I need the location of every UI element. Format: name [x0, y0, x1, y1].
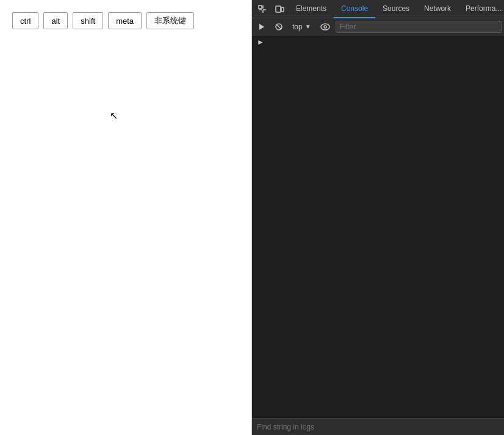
alt-button[interactable]: alt	[43, 12, 68, 29]
key-buttons-container: ctrl alt shift meta 非系统键	[0, 0, 251, 29]
svg-rect-6	[281, 7, 284, 12]
tab-performance[interactable]: Performa...	[458, 0, 504, 18]
top-dropdown-label: top	[292, 23, 303, 31]
tab-sources[interactable]: Sources	[375, 0, 417, 18]
svg-point-11	[324, 26, 326, 28]
chevron-down-icon: ▼	[305, 23, 311, 30]
shift-button[interactable]: shift	[73, 12, 103, 29]
tab-console[interactable]: Console	[334, 0, 375, 18]
console-toolbar: top ▼	[252, 18, 504, 35]
top-dropdown-button[interactable]: top ▼	[289, 21, 315, 32]
inspect-icon-button[interactable]	[254, 2, 270, 16]
mouse-cursor-icon: ↖	[110, 110, 118, 121]
svg-rect-5	[276, 6, 281, 12]
ctrl-button[interactable]: ctrl	[12, 12, 38, 29]
run-icon-button[interactable]	[254, 21, 269, 32]
filter-input[interactable]	[336, 21, 502, 33]
svg-point-10	[321, 24, 329, 30]
console-bottom-bar	[252, 418, 504, 435]
console-prompt-arrow[interactable]: ►	[252, 37, 504, 48]
svg-line-9	[276, 24, 281, 29]
devtools-panel: Elements Console Sources Network Perform…	[252, 0, 504, 435]
devtools-tabs: Elements Console Sources Network Perform…	[289, 0, 504, 18]
non-system-button[interactable]: 非系统键	[146, 12, 194, 29]
block-icon-button[interactable]	[272, 21, 286, 32]
tab-elements[interactable]: Elements	[289, 0, 334, 18]
prompt-arrow-icon: ►	[257, 38, 264, 46]
left-panel: ctrl alt shift meta 非系统键 ↖	[0, 0, 252, 435]
cursor-indicator: ↖	[110, 110, 118, 121]
svg-rect-0	[259, 5, 262, 9]
eye-icon-button[interactable]	[317, 22, 333, 32]
device-icon-button[interactable]	[272, 2, 287, 16]
devtools-toolbar: Elements Console Sources Network Perform…	[252, 0, 504, 18]
svg-marker-7	[259, 24, 264, 30]
tab-network[interactable]: Network	[417, 0, 458, 18]
meta-button[interactable]: meta	[108, 12, 142, 29]
find-logs-input[interactable]	[257, 423, 499, 431]
console-main-area: ►	[252, 35, 504, 418]
